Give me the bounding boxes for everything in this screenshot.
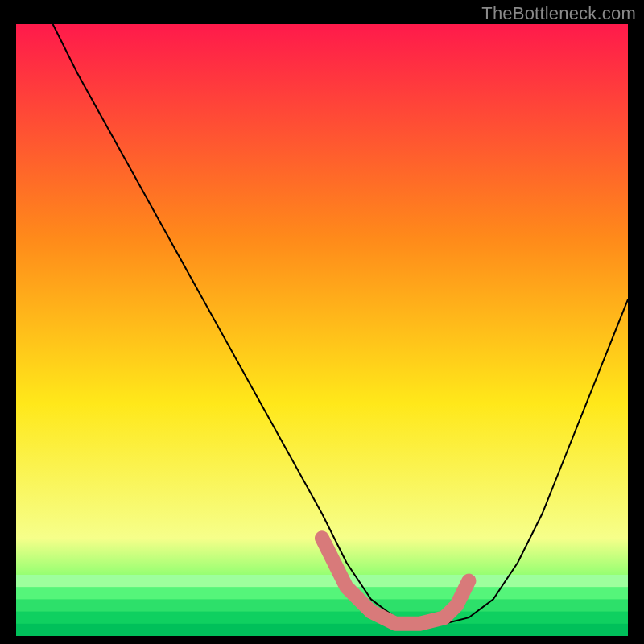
watermark-text: TheBottleneck.com <box>481 3 636 24</box>
green-stripe <box>16 587 628 600</box>
chart-frame <box>16 24 628 636</box>
green-stripe <box>16 599 628 612</box>
green-stripe <box>16 575 628 588</box>
green-stripe <box>16 612 628 625</box>
green-stripes <box>16 575 628 636</box>
bottleneck-chart <box>16 24 628 636</box>
green-stripe <box>16 624 628 636</box>
